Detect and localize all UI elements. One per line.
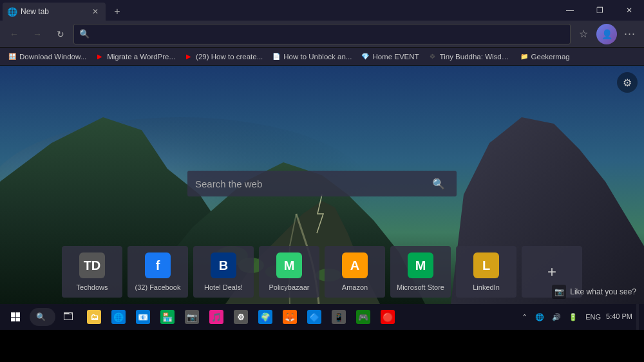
search-box: 🔍 [187, 171, 457, 196]
forward-button[interactable]: → [27, 24, 48, 44]
taskbar-app-camera[interactable]: 📷 [180, 305, 204, 329]
taskbar-app-xbox[interactable]: 🎮 [352, 305, 375, 329]
bookmark-item[interactable]: 💎Home EVENT [357, 51, 422, 62]
quick-link-icon: f [145, 252, 171, 278]
bookmark-item[interactable]: ☸Tiny Buddha: Wisdo... [424, 51, 515, 62]
taskbar-app-app[interactable]: 🔴 [376, 305, 399, 329]
search-container: 🔍 [187, 171, 457, 196]
tray-chevron[interactable]: ⌃ [519, 312, 530, 323]
camera-icon: 📷 [552, 285, 566, 299]
bookmark-label: Home EVENT [372, 53, 419, 61]
quick-link-item[interactable]: MMicrosoft Store [390, 246, 451, 298]
app-icon: 🎮 [356, 310, 370, 324]
tray-volume[interactable]: 🔊 [549, 312, 564, 323]
app-icon: 📷 [185, 310, 199, 324]
bookmark-item[interactable]: 📁Geekermag [516, 51, 574, 62]
app-icon: ⚙ [234, 310, 248, 324]
tray-battery[interactable]: 🔋 [566, 312, 580, 323]
quick-link-item[interactable]: f(32) Facebook [128, 246, 188, 298]
taskbar-app-chrome[interactable]: 🌍 [254, 305, 277, 329]
bookmark-label: Tiny Buddha: Wisdo... [440, 53, 511, 61]
search-submit-button[interactable]: 🔍 [428, 173, 449, 194]
like-what-you-see[interactable]: 📷 Like what you see? [552, 285, 636, 299]
quick-links-bar: TDTechdowsf(32) FacebookBHotel Deals!MPo… [62, 246, 582, 298]
app-icon: 📧 [136, 310, 150, 324]
quick-link-icon: M [276, 252, 302, 278]
taskbar-app-store[interactable]: 🏪 [156, 305, 179, 329]
tray-network[interactable]: 🌐 [533, 312, 547, 323]
settings-button[interactable]: ⚙ [617, 72, 638, 93]
quick-link-label: (32) Facebook [135, 283, 181, 291]
taskbar-search[interactable]: 🔍 [30, 308, 55, 326]
taskbar-app-settings[interactable]: ⚙ [229, 305, 252, 329]
taskbar-app-edge2[interactable]: 🔷 [303, 305, 326, 329]
bookmark-label: Migrate a WordPre... [107, 53, 175, 61]
quick-link-item[interactable]: MPolicybazaar [259, 246, 319, 298]
quick-link-label: Techdows [77, 283, 108, 291]
bookmark-item[interactable]: 🪟Download Window... [4, 51, 90, 62]
language-indicator[interactable]: ENG [583, 312, 603, 322]
app-icon: 🗂 [87, 310, 101, 324]
app-icon: 🌍 [258, 310, 272, 324]
bookmark-favicon: ▶ [95, 52, 104, 61]
taskbar-app-phone[interactable]: 📱 [327, 305, 350, 329]
taskbar-app-firefox[interactable]: 🦊 [278, 305, 301, 329]
taskbar-app-file-explorer[interactable]: 🗂 [82, 305, 106, 329]
taskbar-search-icon: 🔍 [36, 312, 46, 321]
bookmarks-bar: 🪟Download Window...▶Migrate a WordPre...… [0, 48, 644, 66]
bookmark-favicon: 🪟 [8, 52, 17, 61]
new-tab-button[interactable]: + [108, 3, 126, 21]
quick-link-label: LinkedIn [473, 283, 500, 291]
close-button[interactable]: ✕ [614, 0, 644, 21]
quick-link-icon: A [342, 252, 368, 278]
quick-link-item[interactable]: AAmazon [325, 246, 385, 298]
minimize-button[interactable]: — [555, 0, 585, 21]
like-text: Like what you see? [570, 287, 636, 296]
bookmark-item[interactable]: 📄How to Unblock an... [268, 51, 355, 62]
quick-link-item[interactable]: BHotel Deals! [193, 246, 254, 298]
bookmark-favicon: ☸ [428, 52, 437, 61]
quick-link-icon: B [211, 252, 236, 278]
taskbar-app-mail[interactable]: 📧 [131, 305, 155, 329]
back-button[interactable]: ← [4, 24, 24, 44]
show-desktop-button[interactable] [636, 304, 639, 330]
app-icon: 📱 [332, 310, 346, 324]
bookmark-label: (29) How to create... [196, 53, 263, 61]
bookmark-label: How to Unblock an... [283, 53, 352, 61]
clock[interactable]: 5:40 PM [606, 312, 632, 321]
bookmark-item[interactable]: ▶Migrate a WordPre... [91, 51, 179, 62]
address-input[interactable] [93, 29, 565, 39]
bookmark-favicon: 📁 [520, 52, 529, 61]
quick-link-item[interactable]: LLinkedIn [456, 246, 516, 298]
task-view-button[interactable]: 🗔 [57, 305, 80, 329]
bookmark-favicon: 💎 [361, 52, 370, 61]
bookmark-item[interactable]: ▶(29) How to create... [180, 51, 267, 62]
navigation-bar: ← → ↻ 🔍 ☆ 👤 ··· [0, 21, 644, 48]
tab-close-button[interactable]: ✕ [90, 6, 100, 17]
more-options-button[interactable]: ··· [620, 24, 640, 44]
profile-button[interactable]: 👤 [596, 24, 617, 44]
start-button[interactable] [3, 304, 28, 330]
favorites-button[interactable]: ☆ [573, 24, 594, 44]
quick-link-icon: M [408, 252, 433, 278]
refresh-button[interactable]: ↻ [50, 24, 71, 44]
quick-link-label: Policybazaar [269, 283, 310, 291]
app-icon: 🔷 [307, 310, 321, 324]
quick-link-label: Hotel Deals! [204, 283, 243, 291]
main-content: ⚙ 🔍 TDTechdowsf(32) FacebookBHotel Deals… [0, 66, 644, 304]
taskbar-app-music[interactable]: 🎵 [205, 305, 228, 329]
app-icon: 🔴 [381, 310, 395, 324]
taskbar-apps: 🗂🌐📧🏪📷🎵⚙🌍🦊🔷📱🎮🔴 [82, 305, 399, 329]
title-bar: 🌐 New tab ✕ + — ❐ ✕ [0, 0, 644, 21]
active-tab[interactable]: 🌐 New tab ✕ [3, 3, 106, 21]
add-site-icon: + [547, 263, 556, 281]
quick-link-icon: TD [79, 252, 105, 278]
tab-title: New tab [21, 7, 86, 16]
restore-button[interactable]: ❐ [585, 0, 614, 21]
quick-link-item[interactable]: TDTechdows [62, 246, 122, 298]
system-tray: ⌃ 🌐 🔊 🔋 ENG 5:40 PM [519, 304, 641, 330]
quick-link-label: Amazon [342, 283, 368, 291]
taskbar-app-edge[interactable]: 🌐 [107, 305, 130, 329]
taskbar: 🔍 🗔 🗂🌐📧🏪📷🎵⚙🌍🦊🔷📱🎮🔴 ⌃ 🌐 🔊 🔋 ENG 5:40 PM [0, 304, 644, 330]
search-input[interactable] [195, 178, 422, 189]
